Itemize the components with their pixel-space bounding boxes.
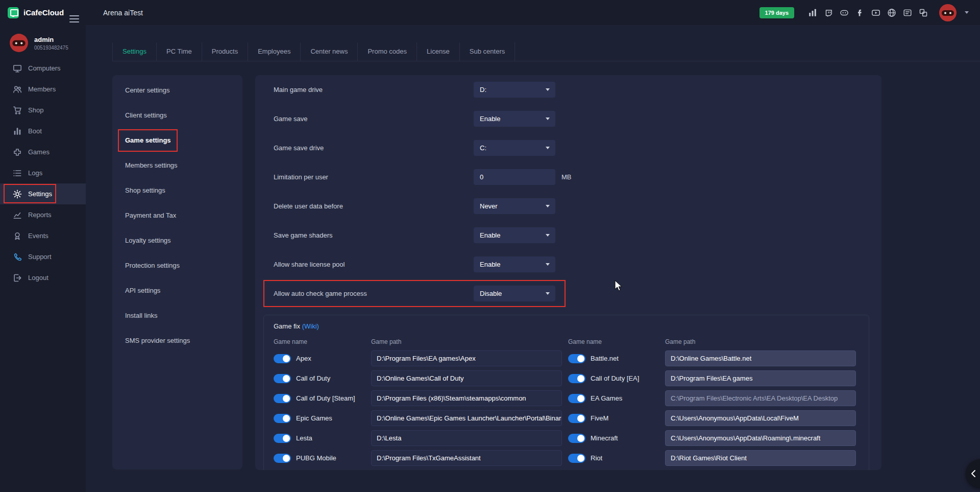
ea-games-path-input[interactable]: C:\Program Files\Electronic Arts\EA Desk… xyxy=(665,390,856,406)
user-menu-chevron-icon[interactable] xyxy=(965,11,969,14)
call-of-duty-ea-toggle[interactable] xyxy=(568,374,585,383)
save-game-shaders-select[interactable]: Enable xyxy=(474,227,555,243)
gamepad-icon xyxy=(13,148,22,157)
tab-employees[interactable]: Employees xyxy=(248,42,300,61)
brand[interactable]: iCafeCloud xyxy=(0,7,86,18)
battlenet-toggle[interactable] xyxy=(568,354,585,363)
stats-icon[interactable] xyxy=(808,8,817,17)
user-avatar[interactable] xyxy=(939,4,957,22)
form-row-main-game-drive: Main game drive D: xyxy=(255,75,881,104)
globe-icon[interactable] xyxy=(887,8,896,17)
epic-games-path-input[interactable]: D:\Online Games\Epic Games Launcher\Laun… xyxy=(371,410,562,426)
pubg-mobile-path-input[interactable]: D:\Program Files\TxGameAssistant xyxy=(371,450,562,466)
fivem-path-input[interactable]: C:\Users\Anonymous\AppData\Local\FiveM xyxy=(665,410,856,426)
allow-auto-check-select[interactable]: Disable xyxy=(474,286,555,301)
form-row-delete-user-data: Delete user data before Never xyxy=(255,192,881,221)
apex-path-input[interactable]: D:\Program Files\EA games\Apex xyxy=(371,350,562,366)
tab-pc-time[interactable]: PC Time xyxy=(156,42,202,61)
twitch-icon[interactable] xyxy=(824,8,833,17)
tab-sub-centers[interactable]: Sub centers xyxy=(459,42,515,61)
lesta-toggle[interactable] xyxy=(274,434,291,443)
riot-path-input[interactable]: D:\Riot Games\Riot Client xyxy=(665,450,856,466)
ea-games-toggle[interactable] xyxy=(568,394,585,403)
game-fix-headers: Game name Game path Game name Game path xyxy=(264,338,869,345)
game-fix-row: PUBG Mobile D:\Program Files\TxGameAssis… xyxy=(264,448,869,468)
sidebar-item-settings[interactable]: Settings xyxy=(0,183,86,204)
center-title: Arena aiTest xyxy=(103,9,143,17)
call-of-duty-toggle[interactable] xyxy=(274,374,291,383)
partners-icon[interactable] xyxy=(919,8,928,17)
settings-nav-sms-provider-settings[interactable]: SMS provider settings xyxy=(112,328,242,353)
tab-center-news[interactable]: Center news xyxy=(300,42,357,61)
settings-nav-payment-and-tax[interactable]: Payment and Tax xyxy=(112,203,242,228)
gear-icon xyxy=(13,190,22,199)
settings-nav-game-settings[interactable]: Game settings xyxy=(112,128,242,153)
settings-nav-shop-settings[interactable]: Shop settings xyxy=(112,178,242,203)
sidebar-item-members[interactable]: Members xyxy=(0,79,86,100)
call-of-duty-ea-path-input[interactable]: D:\Program Files\EA games xyxy=(665,370,856,386)
game-fix-row: Lesta D:\Lesta Minecraft C:\Users\Anonym… xyxy=(264,428,869,448)
main-game-drive-select[interactable]: D: xyxy=(474,82,555,98)
sidebar-item-reports[interactable]: Reports xyxy=(0,204,86,225)
facebook-icon[interactable] xyxy=(855,8,865,17)
discord-icon[interactable] xyxy=(840,8,849,17)
settings-nav-install-links[interactable]: Install links xyxy=(112,303,242,328)
list-icon xyxy=(13,169,22,178)
medal-icon xyxy=(13,231,22,241)
settings-nav-center-settings[interactable]: Center settings xyxy=(112,78,242,103)
sidebar-user-block: admin 005193482475 xyxy=(0,25,86,58)
sidebar-item-boot[interactable]: Boot xyxy=(0,121,86,142)
settings-nav-protection-settings[interactable]: Protection settings xyxy=(112,253,242,278)
battlenet-path-input[interactable]: D:\Online Games\Battle.net xyxy=(665,350,856,366)
settings-nav-client-settings[interactable]: Client settings xyxy=(112,103,242,128)
settings-nav-loyalty-settings[interactable]: Loyalty settings xyxy=(112,228,242,253)
sidebar-item-logout[interactable]: Logout xyxy=(0,267,86,288)
docs-icon[interactable] xyxy=(903,8,912,17)
sidebar-item-computers[interactable]: Computers xyxy=(0,58,86,79)
top-tabs: Settings PC Time Products Employees Cent… xyxy=(112,42,980,61)
settings-nav: Center settings Client settings Game set… xyxy=(112,75,242,470)
monitor-icon xyxy=(13,64,22,73)
sidebar-item-events[interactable]: Events xyxy=(0,225,86,246)
tab-license[interactable]: License xyxy=(416,42,459,61)
fivem-toggle[interactable] xyxy=(568,414,585,423)
tab-products[interactable]: Products xyxy=(202,42,248,61)
game-save-drive-select[interactable]: C: xyxy=(474,140,555,156)
wiki-link[interactable]: (Wiki) xyxy=(302,322,319,330)
sidebar-item-shop[interactable]: Shop xyxy=(0,100,86,121)
call-of-duty-path-input[interactable]: D:\Online Games\Call of Duty xyxy=(371,370,562,386)
license-days-badge[interactable]: 179 days xyxy=(760,7,794,18)
call-of-duty-steam-path-input[interactable]: D:\Program Files (x86)\Steam\steamapps\c… xyxy=(371,390,562,406)
minecraft-toggle[interactable] xyxy=(568,434,585,443)
tab-promo-codes[interactable]: Promo codes xyxy=(357,42,416,61)
hamburger-menu-icon[interactable] xyxy=(69,15,79,25)
brand-name: iCafeCloud xyxy=(23,8,64,17)
minecraft-path-input[interactable]: C:\Users\Anonymous\AppData\Roaming\.mine… xyxy=(665,430,856,446)
settings-nav-members-settings[interactable]: Members settings xyxy=(112,153,242,178)
youtube-icon[interactable] xyxy=(871,8,880,17)
cart-icon xyxy=(13,106,22,115)
limitation-per-user-input[interactable]: 0 xyxy=(474,169,555,185)
delete-user-data-select[interactable]: Never xyxy=(474,198,555,214)
form-row-allow-auto-check: Allow auto check game process Disable xyxy=(255,279,881,308)
sidebar-item-games[interactable]: Games xyxy=(0,142,86,162)
phone-icon xyxy=(13,252,22,262)
chevron-down-icon xyxy=(546,88,550,91)
riot-toggle[interactable] xyxy=(568,454,585,463)
allow-share-license-select[interactable]: Enable xyxy=(474,256,555,272)
game-fix-title: Game fix (Wiki) xyxy=(264,315,869,330)
sidebar-item-logs[interactable]: Logs xyxy=(0,162,86,183)
tab-settings[interactable]: Settings xyxy=(112,42,156,61)
apex-toggle[interactable] xyxy=(274,354,291,363)
call-of-duty-steam-toggle[interactable] xyxy=(274,394,291,403)
chart-icon xyxy=(13,210,22,220)
game-save-select[interactable]: Enable xyxy=(474,111,555,127)
topbar-right: 179 days xyxy=(760,4,980,22)
lesta-path-input[interactable]: D:\Lesta xyxy=(371,430,562,446)
collapse-panel-button[interactable] xyxy=(966,459,980,488)
form-row-game-save-drive: Game save drive C: xyxy=(255,133,881,162)
pubg-mobile-toggle[interactable] xyxy=(274,454,291,463)
sidebar-item-support[interactable]: Support xyxy=(0,246,86,267)
settings-nav-api-settings[interactable]: API settings xyxy=(112,278,242,303)
epic-games-toggle[interactable] xyxy=(274,414,291,423)
